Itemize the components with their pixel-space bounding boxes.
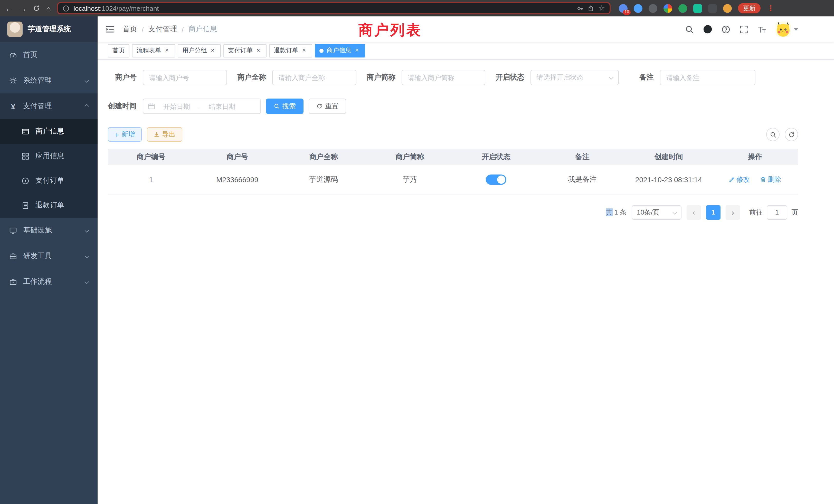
profile-avatar[interactable] — [723, 4, 732, 13]
table-row: 1 M233666999 芋道源码 芋艿 我是备注 2021-10-23 08:… — [108, 165, 798, 194]
home-icon[interactable]: ⌂ — [46, 4, 51, 12]
close-icon[interactable]: × — [163, 47, 171, 54]
status-toggle[interactable] — [486, 175, 506, 185]
search-button[interactable]: 搜索 — [266, 98, 304, 114]
sidebar-item-payment[interactable]: ¥ 支付管理 — [0, 93, 97, 119]
edit-icon — [729, 177, 735, 183]
col-merchant-id: 商户编号 — [108, 149, 194, 165]
sidebar-item-label: 支付管理 — [23, 101, 52, 111]
status-select[interactable]: 请选择开启状态 — [530, 70, 619, 85]
extension-icon[interactable] — [708, 4, 717, 13]
breadcrumb: 首页 / 支付管理 / 商户信息 — [123, 25, 217, 34]
export-button[interactable]: 导出 — [147, 127, 182, 142]
key-icon[interactable] — [576, 5, 583, 12]
breadcrumb-home[interactable]: 首页 — [123, 25, 137, 34]
delete-link[interactable]: 删除 — [760, 175, 781, 184]
extension-icon[interactable] — [678, 4, 687, 13]
create-time-label: 创建时间 — [108, 101, 143, 111]
add-button[interactable]: + 新增 — [108, 127, 142, 142]
chrome-update-button[interactable]: 更新 — [738, 3, 761, 13]
end-date-input[interactable] — [203, 102, 242, 110]
page-number-1[interactable]: 1 — [706, 205, 721, 220]
close-icon[interactable]: × — [301, 47, 308, 54]
annotation-merchant-list: 商户列表 — [358, 21, 422, 40]
sidebar-item-label: 商户信息 — [36, 127, 64, 136]
tab-user-group[interactable]: 用户分组× — [178, 44, 221, 57]
extension-icon[interactable] — [634, 4, 642, 13]
next-page-button[interactable]: › — [726, 205, 740, 220]
merchant-no-input[interactable] — [143, 70, 227, 85]
user-menu[interactable] — [775, 22, 798, 37]
remark-input[interactable] — [660, 70, 755, 85]
cell-actions: 修改 删除 — [712, 165, 798, 194]
back-icon[interactable]: ← — [5, 4, 13, 12]
caret-down-icon — [794, 28, 798, 30]
extension-icon[interactable] — [649, 4, 657, 13]
close-icon[interactable]: × — [209, 47, 216, 54]
forward-icon[interactable]: → — [19, 4, 27, 12]
sidebar-subitem-pay-order[interactable]: 支付订单 — [0, 168, 97, 193]
sidebar-item-system[interactable]: 系统管理 — [0, 68, 97, 93]
info-icon[interactable] — [63, 5, 69, 12]
sidebar-item-workflow[interactable]: 工作流程 — [0, 269, 97, 295]
chevron-down-icon — [85, 280, 88, 283]
close-icon[interactable]: × — [255, 47, 262, 54]
refresh-icon[interactable] — [33, 5, 40, 12]
tags-view: 首页 流程表单× 用户分组× 支付订单× 退款订单× 商户信息× — [97, 42, 834, 60]
prev-page-button[interactable]: ‹ — [687, 205, 701, 220]
extension-icon[interactable] — [663, 4, 672, 13]
goto-page-input[interactable] — [767, 205, 787, 220]
close-icon[interactable]: × — [353, 47, 360, 54]
col-actions: 操作 — [712, 149, 798, 165]
extension-icon[interactable] — [693, 4, 702, 13]
chevron-down-icon — [85, 229, 88, 232]
sidebar-item-home[interactable]: 首页 — [0, 42, 97, 68]
goto-page: 前往 页 — [749, 205, 798, 220]
search-icon[interactable] — [685, 25, 694, 33]
col-full-name: 商户全称 — [280, 149, 367, 165]
refresh-table-button[interactable] — [785, 128, 798, 141]
create-time-range-picker[interactable]: - — [143, 98, 261, 114]
toggle-search-button[interactable] — [766, 128, 780, 141]
delete-icon — [760, 177, 766, 183]
app-title: 芋道管理系统 — [28, 25, 71, 34]
page-size-select[interactable]: 10条/页 — [632, 205, 681, 220]
tab-refund-order[interactable]: 退款订单× — [269, 44, 312, 57]
breadcrumb-payment[interactable]: 支付管理 — [148, 25, 177, 34]
active-dot — [320, 48, 324, 53]
app-logo[interactable]: 芋道管理系统 — [0, 17, 97, 42]
col-create-time: 创建时间 — [626, 149, 712, 165]
plus-icon: + — [114, 131, 119, 138]
full-name-input[interactable] — [272, 70, 356, 85]
filter-merchant-no: 商户号 — [108, 70, 227, 85]
short-name-input[interactable] — [401, 70, 485, 85]
fullscreen-icon[interactable] — [740, 25, 748, 33]
sidebar-subitem-refund-order[interactable]: 退款订单 — [0, 193, 97, 217]
sidebar-subitem-app-info[interactable]: 应用信息 — [0, 144, 97, 168]
github-icon[interactable] — [703, 25, 712, 34]
reset-button[interactable]: 重置 — [309, 98, 346, 114]
font-size-icon[interactable] — [758, 25, 766, 33]
share-icon[interactable] — [587, 5, 594, 12]
table-header-row: 商户编号 商户号 商户全称 商户简称 开启状态 备注 创建时间 操作 — [108, 149, 798, 165]
hamburger-icon[interactable] — [105, 25, 114, 34]
star-icon[interactable]: ☆ — [598, 4, 605, 13]
sidebar-item-infrastructure[interactable]: 基础设施 — [0, 217, 97, 243]
tab-merchant-info[interactable]: 商户信息× — [315, 44, 365, 57]
more-icon[interactable]: ⋮ — [767, 4, 774, 13]
calendar-icon — [148, 102, 155, 110]
help-icon[interactable] — [722, 25, 730, 33]
extension-badge: 10 — [623, 9, 631, 15]
tab-home[interactable]: 首页 — [108, 44, 129, 57]
sidebar-item-devtools[interactable]: 研发工具 — [0, 243, 97, 269]
tab-pay-order[interactable]: 支付订单× — [223, 44, 266, 57]
edit-link[interactable]: 修改 — [729, 175, 750, 184]
tab-process-form[interactable]: 流程表单× — [132, 44, 175, 57]
briefcase-icon — [9, 278, 17, 285]
full-name-label: 商户全称 — [237, 73, 272, 82]
sidebar-subitem-merchant-info[interactable]: 商户信息 — [0, 119, 97, 144]
start-date-input[interactable] — [157, 102, 196, 110]
address-bar[interactable]: localhost:1024/pay/merchant ☆ — [57, 2, 611, 14]
extension-icon[interactable]: 10 — [619, 4, 628, 13]
filter-short-name: 商户简称 — [367, 70, 485, 85]
